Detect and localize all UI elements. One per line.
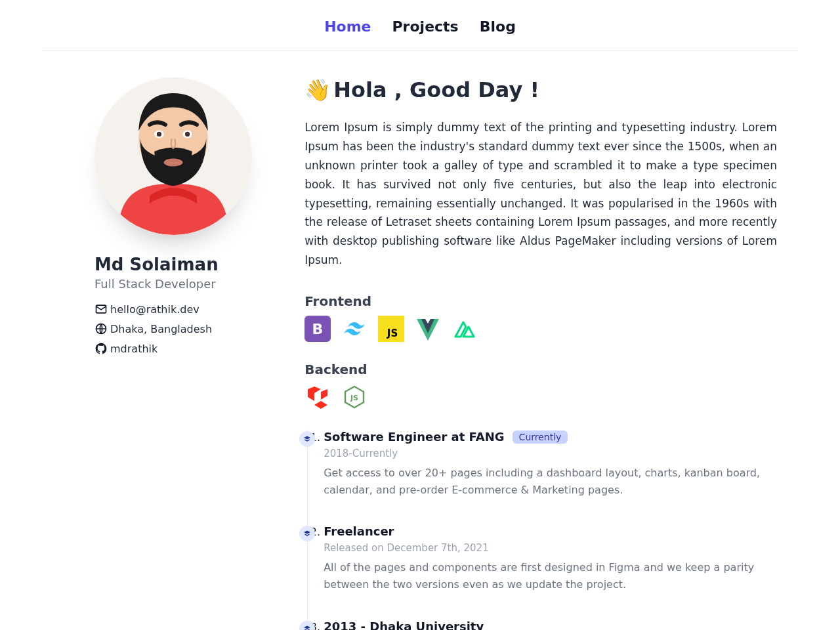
laravel-icon — [304, 384, 331, 410]
profile-name: Md Solaiman — [94, 255, 291, 274]
avatar — [94, 77, 252, 235]
intro-text: Lorem Ipsum is simply dummy text of the … — [304, 118, 777, 270]
timeline-item: 2013 - Dhaka University — [324, 620, 777, 631]
timeline-title: Freelancer — [324, 524, 394, 538]
backend-heading: Backend — [304, 362, 777, 377]
nav-projects[interactable]: Projects — [392, 18, 459, 35]
sidebar: Md Solaiman Full Stack Developer hello@r… — [42, 77, 291, 630]
nav-home[interactable]: Home — [324, 18, 371, 35]
top-nav: Home Projects Blog — [42, 0, 798, 51]
nuxt-icon — [452, 316, 478, 342]
profile-location-text: Dhaka, Bangladesh — [110, 323, 212, 335]
tailwind-icon — [341, 316, 368, 342]
headline-text: Hola , Good Day ! — [333, 77, 539, 102]
timeline-title: Software Engineer at FANG — [324, 430, 504, 444]
svg-text:B: B — [312, 321, 324, 337]
profile-email: hello@rathik.dev — [94, 303, 291, 316]
globe-icon — [94, 322, 108, 335]
svg-point-7 — [185, 132, 190, 136]
timeline-item: Software Engineer at FANG Currently 2018… — [324, 430, 777, 524]
frontend-icons: B JS — [304, 316, 777, 342]
profile-location: Dhaka, Bangladesh — [94, 322, 291, 335]
github-icon — [94, 342, 108, 355]
timeline-title: 2013 - Dhaka University — [324, 620, 484, 631]
timeline-desc: Get access to over 20+ pages including a… — [324, 465, 777, 498]
bootstrap-icon: B — [304, 316, 331, 342]
timeline-dot — [299, 526, 315, 541]
svg-text:JS: JS — [387, 327, 398, 339]
timeline-item: Freelancer Released on December 7th, 202… — [324, 524, 777, 619]
profile-email-text: hello@rathik.dev — [110, 303, 200, 316]
profile-github[interactable]: mdrathik — [94, 342, 291, 355]
svg-point-3 — [164, 159, 183, 167]
vue-icon — [415, 316, 441, 342]
timeline: Software Engineer at FANG Currently 2018… — [307, 430, 777, 630]
main-content: 👋 Hola , Good Day ! Lorem Ipsum is simpl… — [304, 77, 798, 630]
profile-role: Full Stack Developer — [94, 277, 291, 291]
nav-blog[interactable]: Blog — [480, 18, 516, 35]
javascript-icon: JS — [378, 316, 404, 342]
timeline-date: 2018-Currently — [324, 448, 777, 459]
frontend-heading: Frontend — [304, 293, 777, 309]
wave-emoji: 👋 — [304, 77, 331, 102]
status-badge: Currently — [513, 430, 568, 444]
backend-icons: JS — [304, 384, 777, 410]
svg-point-6 — [157, 132, 161, 136]
graduation-cap-icon — [303, 530, 311, 537]
graduation-cap-icon — [303, 435, 311, 443]
profile-github-text: mdrathik — [110, 343, 158, 355]
timeline-desc: All of the pages and components are firs… — [324, 559, 777, 593]
timeline-dot — [299, 431, 315, 447]
timeline-date: Released on December 7th, 2021 — [324, 542, 777, 554]
timeline-dot — [299, 621, 315, 631]
graduation-cap-icon — [303, 625, 311, 631]
headline: 👋 Hola , Good Day ! — [304, 77, 777, 102]
mail-icon — [94, 303, 108, 316]
svg-text:JS: JS — [350, 394, 358, 402]
nodejs-icon: JS — [341, 384, 368, 410]
